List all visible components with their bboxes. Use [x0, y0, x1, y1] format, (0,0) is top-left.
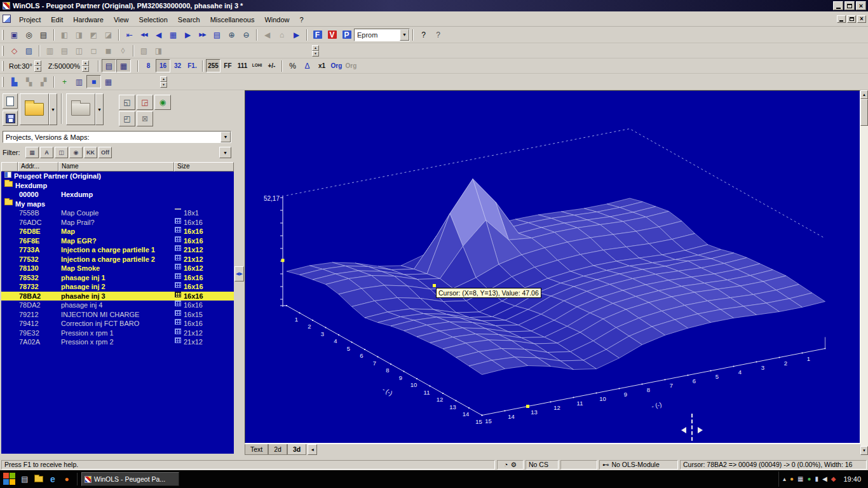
window-nav-button[interactable]: ◰ — [119, 111, 135, 126]
width-32-button[interactable]: 32 — [170, 59, 185, 72]
menu-item-view[interactable]: View — [109, 14, 134, 25]
minimize-button[interactable] — [833, 1, 843, 10]
tree-row[interactable]: 79212INJECTION MI CHARGE16x15 — [1, 310, 234, 320]
start-button[interactable] — [3, 473, 16, 485]
messenger-icon[interactable]: ● — [790, 476, 794, 482]
eprom-combo[interactable]: Eprom▼ — [354, 29, 410, 41]
export-window-button[interactable]: ◲ — [137, 95, 153, 110]
send-mail-button[interactable]: ⊠ — [137, 111, 153, 126]
panel-splitter[interactable]: ◀▶ — [234, 90, 245, 459]
close-button[interactable]: × — [856, 1, 866, 10]
splitter-collapse-button[interactable]: ◀▶ — [234, 266, 244, 281]
selection-icon[interactable]: ◇ — [7, 44, 22, 57]
scroll-up-button[interactable]: ▲ — [860, 90, 868, 99]
menu-item-search[interactable]: Search — [173, 14, 205, 25]
rotation-spinner-up[interactable]: ▲ — [34, 60, 41, 66]
link-icon[interactable]: ◊ — [116, 44, 130, 57]
menu-item-miscellaneous[interactable]: Miscellaneous — [205, 14, 260, 25]
vertical-scrollbar[interactable]: ▲ ▼ — [860, 90, 868, 455]
scroll-down-button[interactable]: ▼ — [860, 446, 868, 455]
browser-button[interactable]: ● — [60, 473, 73, 485]
rotation-spinner[interactable]: ▲▼ — [34, 60, 41, 72]
bookmark-icon[interactable]: ◨ — [151, 44, 166, 57]
chart-icon[interactable]: ▙ — [7, 75, 22, 88]
mdi-minimize-button[interactable] — [837, 15, 846, 23]
row2-spinner-up[interactable]: ▲ — [312, 45, 319, 51]
mdi-close-button[interactable]: × — [857, 15, 866, 23]
tree-row[interactable]: 79412Correction inj FCT BARO16x16 — [1, 319, 234, 329]
projects-versions-combo[interactable]: Projects, Versions & Maps: ▼ — [3, 131, 231, 143]
open-project-dropdown[interactable]: ▼ — [49, 93, 57, 125]
checksum-f-icon[interactable]: F — [310, 28, 325, 41]
back-icon[interactable]: ◀ — [260, 28, 275, 41]
tree-row[interactable]: 7A02APression x rpm 221x12 — [1, 337, 234, 347]
eprom-combo-arrow[interactable]: ▼ — [400, 29, 409, 41]
width-16-button[interactable]: 16 — [156, 59, 170, 72]
delete-row-icon[interactable]: ▤ — [57, 44, 72, 57]
keyboard-layout-icon[interactable]: ▦ — [797, 476, 803, 482]
factor-x1-button[interactable]: x1 — [315, 59, 329, 72]
ie-button[interactable]: e — [46, 473, 59, 485]
comment-icon[interactable]: ▧ — [137, 44, 151, 57]
display-255-button[interactable]: 255 — [206, 59, 220, 72]
explorer-folder-button[interactable] — [32, 473, 45, 485]
insert-row-icon[interactable]: ▥ — [43, 44, 57, 57]
prev-fast-icon[interactable]: ◀◀ — [137, 28, 151, 41]
toolbar-grip[interactable] — [2, 30, 4, 40]
tree-row[interactable]: 78532phasage inj 116x16 — [1, 273, 234, 283]
view-3d-icon[interactable]: ■ — [86, 75, 101, 88]
scroll-thumb[interactable] — [860, 99, 868, 126]
print-icon[interactable]: ▤ — [36, 28, 51, 41]
width-8-button[interactable]: 8 — [141, 59, 156, 72]
fill-icon[interactable]: ▨ — [22, 44, 36, 57]
grid-icon[interactable]: ▦ — [101, 75, 116, 88]
surface-plot[interactable]: 52,1712345678910111213141512345678910111… — [245, 91, 860, 444]
volume-icon[interactable]: ◀ — [822, 476, 827, 482]
tree-row[interactable]: 78732phasage inj 216x16 — [1, 282, 234, 292]
menu-item-hardware[interactable]: Hardware — [68, 14, 109, 25]
tree-row[interactable]: 00000Hexdump — [1, 190, 234, 200]
tree-project-row[interactable]: Peugeot Partner (Original) — [1, 172, 234, 181]
antivirus-shield-icon[interactable]: ● — [808, 476, 811, 482]
row2-spinner-down[interactable]: ▼ — [312, 51, 319, 57]
row4-spinner-up[interactable]: ▲ — [160, 76, 167, 82]
column-header-name[interactable]: Name — [58, 162, 174, 172]
copy-icon[interactable]: ◨ — [72, 28, 86, 41]
display-sign-button[interactable]: +/- — [264, 59, 279, 72]
new-document-button[interactable] — [3, 93, 18, 109]
updates-icon[interactable]: ◆ — [831, 476, 836, 482]
tree-row[interactable]: 77532Injection a charge partielle 221x12 — [1, 255, 234, 264]
tree-row[interactable]: 78BA2phasahe inj 316x16 — [1, 292, 234, 301]
filter-selection-button[interactable]: ◉ — [69, 147, 83, 158]
toolbar-grip[interactable] — [2, 77, 4, 87]
zoom-spinner-down[interactable]: ▼ — [82, 66, 89, 72]
prev-icon[interactable]: ◀ — [151, 28, 166, 41]
restore-button[interactable] — [844, 1, 855, 10]
import-project-button[interactable] — [66, 93, 95, 125]
chart-line-icon[interactable]: ▞ — [36, 75, 51, 88]
zoom-in-icon[interactable]: ⊕ — [224, 28, 239, 41]
menu-item-selection[interactable]: Selection — [134, 14, 173, 25]
open-project-button[interactable] — [20, 93, 49, 125]
menu-item-help[interactable]: ? — [295, 14, 309, 25]
tab-2d[interactable]: 2d — [268, 444, 287, 455]
list-view-icon[interactable]: ▤ — [210, 28, 224, 41]
tab-text[interactable]: Text — [245, 444, 268, 455]
display-111-button[interactable]: 111 — [235, 59, 250, 72]
tree-row[interactable]: 7558BMap Couple18x1 — [1, 208, 234, 218]
search-icon[interactable]: ◎ — [22, 28, 36, 41]
filter-kk-button[interactable]: KK — [84, 147, 97, 158]
checksum-v-icon[interactable]: V — [325, 28, 339, 41]
tree-row[interactable]: 78130Map Smoke16x12 — [1, 264, 234, 273]
filter-off-button[interactable]: Off — [98, 147, 112, 158]
display-lohi-button[interactable]: LOHI — [250, 59, 264, 72]
row4-spinner-down[interactable]: ▼ — [160, 82, 167, 88]
add-map-icon[interactable]: + — [57, 75, 72, 88]
tree-row[interactable]: 76F8EMap EGR?16x16 — [1, 236, 234, 246]
tree-row[interactable]: 76D8EMap16x16 — [1, 227, 234, 236]
new-window-icon[interactable]: ▣ — [7, 28, 22, 41]
network-icon[interactable]: ▮ — [815, 476, 819, 482]
import-window-button[interactable]: ◱ — [119, 95, 135, 110]
cut-icon[interactable]: ◧ — [57, 28, 72, 41]
filter-folders-button[interactable]: ◫ — [55, 147, 68, 158]
